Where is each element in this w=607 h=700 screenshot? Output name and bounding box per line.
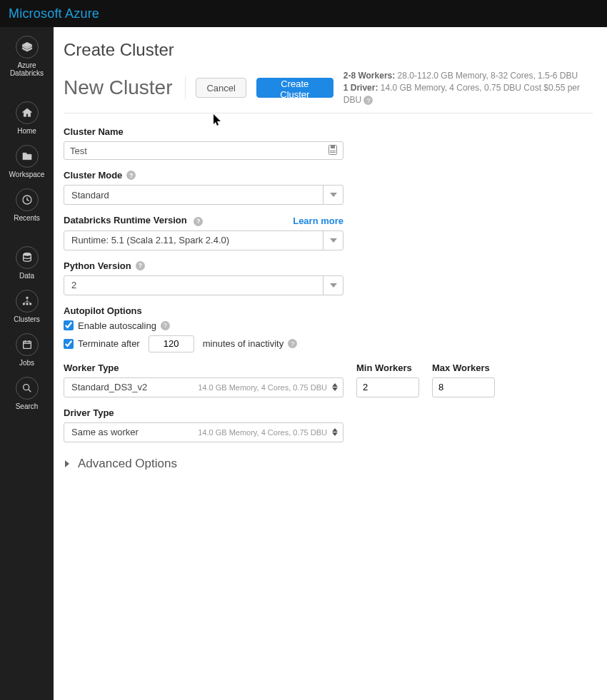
database-icon — [16, 246, 39, 269]
driver-type-select[interactable]: Same as worker 14.0 GB Memory, 4 Cores, … — [64, 422, 343, 442]
advanced-options-label: Advanced Options — [78, 457, 177, 471]
svg-point-5 — [29, 303, 31, 305]
sidebar-item-label: Workspace — [9, 171, 45, 178]
clock-icon — [16, 188, 39, 211]
driver-type-value: Same as worker — [64, 427, 198, 437]
content-pane: Create Cluster New Cluster Cancel Create… — [54, 27, 607, 700]
runtime-select[interactable]: Runtime: 5.1 (Scala 2.11, Spark 2.4.0) — [64, 230, 343, 250]
svg-point-3 — [23, 303, 25, 305]
max-workers-label: Max Workers — [432, 362, 495, 373]
cancel-button[interactable]: Cancel — [196, 78, 246, 98]
home-icon — [16, 101, 39, 124]
sidebar-item-label: Home — [17, 127, 36, 135]
summary-workers-detail: 28.0-112.0 GB Memory, 8-32 Cores, 1.5-6 … — [398, 71, 578, 81]
svg-point-4 — [26, 303, 28, 305]
cluster-mode-label: Cluster Mode — [64, 170, 122, 181]
enable-autoscaling-label: Enable autoscaling — [78, 320, 156, 331]
svg-rect-10 — [330, 151, 336, 151]
sidebar: Azure Databricks Home Workspace Recents — [0, 27, 54, 700]
sidebar-item-label: Data — [19, 272, 34, 280]
cluster-name-input-wrapper[interactable] — [64, 141, 343, 160]
help-icon[interactable]: ? — [363, 96, 373, 105]
layers-icon — [16, 36, 39, 59]
python-version-label: Python Version — [64, 260, 131, 271]
sidebar-item-label: Clusters — [14, 315, 40, 323]
chevron-down-icon[interactable] — [323, 231, 343, 250]
sidebar-item-azure-databricks[interactable]: Azure Databricks — [0, 36, 54, 77]
search-icon — [16, 377, 39, 400]
cluster-name-label: Cluster Name — [64, 126, 593, 137]
cluster-mode-value: Standard — [64, 186, 323, 204]
sidebar-item-label: Jobs — [19, 359, 34, 367]
driver-type-label: Driver Type — [64, 407, 593, 418]
azure-logo-text: Microsoft Azure — [9, 6, 99, 21]
learn-more-link[interactable]: Learn more — [293, 215, 343, 226]
svg-rect-11 — [330, 152, 336, 153]
cursor-icon — [214, 114, 224, 127]
summary-workers-label: 2-8 Workers: — [343, 71, 395, 81]
sidebar-item-label: Recents — [14, 214, 40, 222]
driver-type-info: 14.0 GB Memory, 4 Cores, 0.75 DBU — [198, 428, 331, 437]
header-row: New Cluster Cancel Create Cluster 2-8 Wo… — [64, 70, 593, 113]
create-cluster-button[interactable]: Create Cluster — [256, 78, 333, 98]
summary-driver-label: 1 Driver: — [343, 83, 378, 93]
sidebar-item-label: Search — [16, 402, 39, 410]
sidebar-item-label: Azure Databricks — [0, 61, 54, 77]
summary-driver-detail: 14.0 GB Memory, 4 Cores, 0.75 DBU Cost $… — [343, 83, 580, 105]
svg-point-1 — [23, 253, 31, 255]
calendar-icon — [16, 333, 39, 356]
chevron-down-icon[interactable] — [323, 186, 343, 204]
updown-icon[interactable] — [331, 428, 343, 436]
autopilot-heading: Autopilot Options — [64, 305, 593, 316]
svg-rect-9 — [331, 146, 335, 148]
sidebar-item-recents[interactable]: Recents — [14, 188, 40, 222]
sidebar-item-home[interactable]: Home — [16, 101, 39, 135]
sidebar-item-data[interactable]: Data — [16, 246, 39, 280]
terminate-suffix-label: minutes of inactivity — [203, 338, 284, 349]
sidebar-item-search[interactable]: Search — [16, 377, 39, 410]
enable-autoscaling-checkbox[interactable] — [64, 320, 74, 330]
help-icon[interactable]: ? — [288, 339, 297, 348]
terminate-prefix-label: Terminate after — [78, 338, 140, 349]
page-subtitle: New Cluster — [64, 76, 186, 99]
runtime-label: Databricks Runtime Version — [64, 215, 187, 225]
chevron-down-icon[interactable] — [323, 276, 343, 295]
svg-rect-6 — [23, 341, 31, 348]
sidebar-item-jobs[interactable]: Jobs — [16, 333, 39, 367]
worker-type-select[interactable]: Standard_DS3_v2 14.0 GB Memory, 4 Cores,… — [64, 377, 343, 397]
runtime-value: Runtime: 5.1 (Scala 2.11, Spark 2.4.0) — [64, 231, 323, 250]
page-title: Create Cluster — [64, 40, 593, 60]
help-icon[interactable]: ? — [126, 171, 136, 180]
caret-right-icon — [64, 457, 71, 471]
terminate-minutes-input[interactable] — [149, 335, 194, 352]
cluster-name-input[interactable] — [70, 146, 328, 156]
worker-type-label: Worker Type — [64, 362, 343, 373]
sidebar-item-workspace[interactable]: Workspace — [9, 145, 45, 178]
sidebar-item-clusters[interactable]: Clusters — [14, 290, 40, 323]
min-workers-input[interactable] — [356, 377, 419, 397]
help-icon[interactable]: ? — [136, 261, 145, 270]
svg-point-2 — [26, 297, 28, 299]
python-version-value: 2 — [64, 276, 323, 295]
folder-icon — [16, 145, 39, 168]
svg-point-7 — [23, 385, 29, 390]
terminate-after-checkbox[interactable] — [64, 339, 74, 349]
help-icon[interactable]: ? — [161, 321, 170, 330]
network-icon — [16, 290, 39, 313]
advanced-options-toggle[interactable]: Advanced Options — [64, 457, 593, 471]
help-icon[interactable]: ? — [194, 217, 203, 226]
cluster-mode-select[interactable]: Standard — [64, 185, 343, 205]
worker-type-info: 14.0 GB Memory, 4 Cores, 0.75 DBU — [198, 383, 331, 392]
python-version-select[interactable]: 2 — [64, 275, 343, 295]
updown-icon[interactable] — [331, 383, 343, 391]
cluster-summary: 2-8 Workers: 28.0-112.0 GB Memory, 8-32 … — [343, 70, 593, 106]
topbar: Microsoft Azure — [0, 0, 607, 27]
min-workers-label: Min Workers — [356, 362, 419, 373]
worker-type-value: Standard_DS3_v2 — [64, 382, 198, 392]
max-workers-input[interactable] — [432, 377, 495, 397]
save-icon — [328, 145, 337, 157]
